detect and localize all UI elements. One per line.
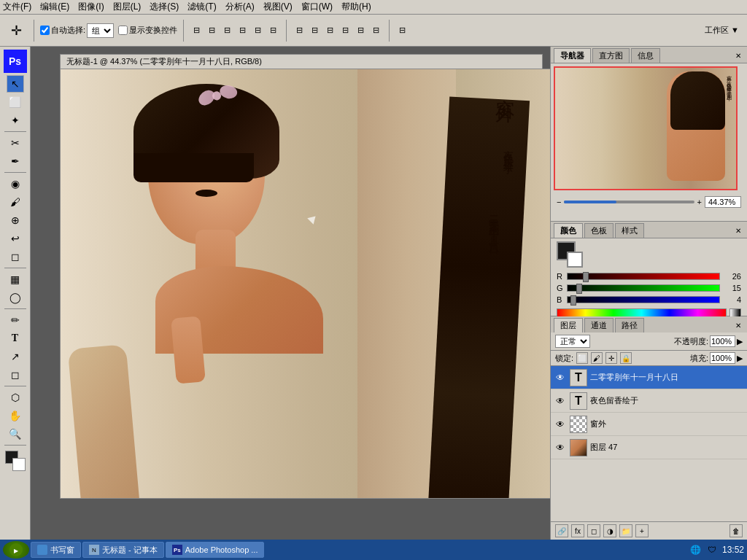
layer-group-btn[interactable]: 📁 (619, 524, 632, 537)
layers-close[interactable]: ✕ (735, 322, 744, 330)
background-color[interactable] (12, 458, 26, 471)
tab-info[interactable]: 信息 (631, 48, 660, 63)
zoom-tool[interactable]: 🔍 (7, 425, 24, 443)
crop-tool[interactable]: ✂ (7, 134, 24, 152)
layer-mask-btn[interactable]: ◻ (587, 524, 600, 537)
history-brush[interactable]: ↩ (7, 230, 24, 247)
3d-tool[interactable]: ⬡ (7, 389, 24, 406)
start-button[interactable]: ▶ (3, 541, 29, 559)
dist-1[interactable]: ⊟ (293, 23, 306, 37)
tray-antivirus[interactable]: 🛡 (706, 544, 718, 556)
dist-3[interactable]: ⊟ (323, 23, 337, 37)
taskbar-item-2[interactable]: Ps Adobe Photoshop ... (166, 542, 265, 558)
dist-6[interactable]: ⊟ (369, 23, 383, 37)
brush-tool[interactable]: 🖌 (7, 193, 24, 211)
tab-channels[interactable]: 通道 (584, 318, 614, 332)
canvas-frame[interactable]: 窗外 夜色留香绘于 二零零刖年十一月十八日 (60, 69, 550, 499)
layer-adj-btn[interactable]: ◑ (603, 524, 616, 537)
tab-color[interactable]: 颜色 (554, 223, 583, 238)
path-select-tool[interactable]: ↗ (7, 348, 24, 365)
menu-filter[interactable]: 滤镜(T) (187, 1, 216, 13)
dist-4[interactable]: ⊟ (338, 23, 352, 37)
color-swatches[interactable] (5, 451, 26, 471)
auto-select-check[interactable]: 自动选择: 组 (40, 23, 114, 38)
taskbar-item-1[interactable]: N 无标题 - 记事本 (82, 542, 164, 558)
text-tool[interactable]: T (7, 330, 24, 347)
navigator-close[interactable]: ✕ (735, 52, 744, 60)
menu-select[interactable]: 选择(S) (150, 1, 179, 13)
b-slider-handle[interactable] (570, 295, 576, 306)
lock-position[interactable]: ✛ (605, 352, 617, 364)
lock-image[interactable]: 🖌 (591, 352, 603, 364)
align-center-h[interactable]: ⊟ (205, 23, 219, 37)
show-transform-checkbox[interactable] (118, 26, 128, 35)
spot-heal-tool[interactable]: ◉ (7, 175, 24, 192)
opacity-arrow[interactable]: ▶ (737, 337, 743, 346)
move-tool[interactable]: ✛ (4, 19, 28, 42)
layer-item-2[interactable]: 👁 窗外 (551, 413, 747, 436)
magic-wand-tool[interactable]: ✦ (7, 112, 24, 129)
layer-fx-btn[interactable]: fx (571, 524, 584, 537)
r-slider-handle[interactable] (583, 272, 589, 282)
tab-styles[interactable]: 样式 (615, 223, 644, 238)
color-swatches-fg-bg[interactable] (557, 241, 583, 268)
color-close[interactable]: ✕ (735, 227, 744, 235)
layer-eye-2[interactable]: 👁 (554, 418, 567, 431)
menu-view[interactable]: 视图(V) (263, 1, 293, 13)
lock-all[interactable]: 🔒 (620, 352, 632, 364)
align-center-v[interactable]: ⊟ (251, 23, 265, 37)
layer-item-3[interactable]: 👁 图层 47 (551, 436, 747, 459)
nav-zoom-icon-minus[interactable]: − (557, 198, 561, 206)
clone-tool[interactable]: ⊕ (7, 211, 24, 229)
tab-swatches[interactable]: 色板 (584, 223, 614, 238)
gradient-tool[interactable]: ▦ (7, 271, 24, 288)
lock-transparent[interactable]: ⬜ (576, 352, 588, 364)
pen-tool[interactable]: ✏ (7, 311, 24, 329)
menu-window[interactable]: 窗口(W) (301, 1, 333, 13)
dodge-tool[interactable]: ◯ (7, 289, 24, 306)
menu-help[interactable]: 帮助(H) (341, 1, 371, 13)
layer-link-btn[interactable]: 🔗 (555, 524, 568, 537)
dist-2[interactable]: ⊟ (308, 23, 322, 37)
align-right[interactable]: ⊟ (220, 23, 234, 37)
eyedropper-tool[interactable]: ✒ (7, 152, 24, 170)
auto-select-checkbox[interactable] (40, 26, 50, 35)
menu-edit[interactable]: 编辑(E) (40, 1, 69, 13)
menu-analyze[interactable]: 分析(A) (225, 1, 255, 13)
menu-image[interactable]: 图像(I) (78, 1, 104, 13)
nav-zoom-slider[interactable] (564, 201, 694, 203)
layer-item-1[interactable]: 👁 T 夜色留香绘于 (551, 389, 747, 413)
layer-delete-btn[interactable]: 🗑 (729, 524, 743, 537)
tab-histogram[interactable]: 直方图 (592, 48, 630, 63)
tray-network[interactable]: 🌐 (690, 544, 702, 556)
nav-zoom-icon-plus[interactable]: + (697, 198, 702, 206)
align-bottom[interactable]: ⊟ (266, 23, 280, 37)
layer-eye-3[interactable]: 👁 (554, 441, 567, 454)
tab-navigator[interactable]: 导航器 (554, 48, 591, 63)
layer-eye-1[interactable]: 👁 (554, 394, 567, 408)
eraser-tool[interactable]: ◻ (7, 248, 24, 265)
g-slider-handle[interactable] (576, 284, 582, 294)
menu-file[interactable]: 文件(F) (3, 1, 31, 13)
selection-tool[interactable]: ↖ (7, 75, 24, 93)
blend-mode-select[interactable]: 正常 (555, 335, 590, 348)
shape-tool[interactable]: ◻ (7, 366, 24, 384)
layer-new-btn[interactable]: + (635, 524, 649, 537)
fill-input[interactable] (710, 352, 735, 364)
opacity-input[interactable] (710, 335, 735, 347)
auto-align[interactable]: ⊟ (395, 23, 409, 37)
background-swatch[interactable] (567, 252, 583, 268)
nav-zoom-input[interactable] (705, 196, 741, 208)
dist-5[interactable]: ⊟ (354, 23, 368, 37)
lasso-tool[interactable]: ⬜ (7, 93, 24, 111)
tab-layers[interactable]: 图层 (554, 318, 583, 332)
layer-eye-0[interactable]: 👁 (554, 371, 567, 384)
menu-layer[interactable]: 图层(L) (113, 1, 142, 13)
align-top[interactable]: ⊟ (236, 23, 249, 37)
align-left[interactable]: ⊟ (190, 23, 204, 37)
layer-item-0[interactable]: 👁 T 二零零刖年十一月十八日 (551, 366, 747, 389)
workspace-button[interactable]: 工作区 ▼ (701, 23, 743, 38)
fill-arrow[interactable]: ▶ (737, 354, 743, 363)
show-transform-check[interactable]: 显示变换控件 (118, 25, 177, 36)
tab-paths[interactable]: 路径 (615, 318, 644, 332)
